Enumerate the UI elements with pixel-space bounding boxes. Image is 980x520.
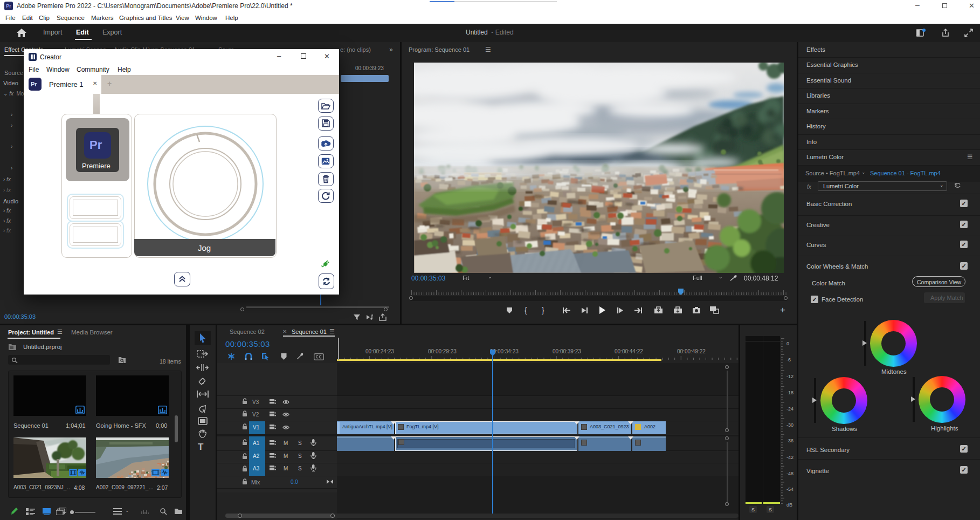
- svg-text:00:00:39:23: 00:00:39:23: [553, 348, 581, 354]
- svg-text:00:00:24:23: 00:00:24:23: [365, 348, 394, 354]
- svg-text:00:00:44:22: 00:00:44:22: [615, 348, 643, 354]
- svg-text:00:00:49:22: 00:00:49:22: [677, 348, 706, 354]
- svg-text:00:00:29:23: 00:00:29:23: [428, 348, 457, 354]
